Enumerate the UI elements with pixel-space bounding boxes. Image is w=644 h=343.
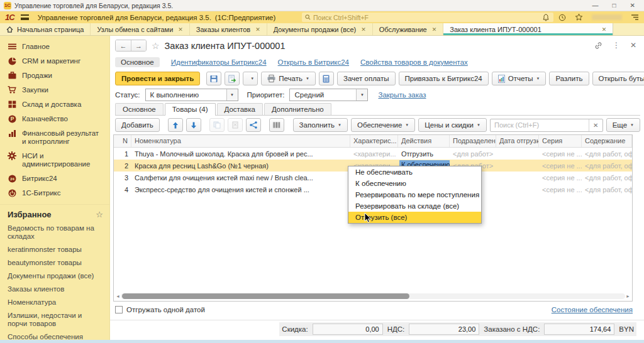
user-name-redacted[interactable] [592,14,622,20]
navlink-main[interactable]: Основное [115,57,160,67]
scroll-left-icon[interactable]: ◄ [116,294,121,298]
status-select[interactable]: К выполнению ▼ [145,89,238,101]
minimize-button[interactable]: — [592,2,599,9]
supply-state-link[interactable]: Состояние обеспечения [552,306,633,313]
tab-close-icon[interactable]: ✕ [432,26,437,33]
horizontal-scrollbar[interactable]: ◄ ► [116,293,630,299]
dropdown-item-no-supply[interactable]: Не обеспечивать [348,166,481,178]
create-based-on-button[interactable]: ▼ [243,72,258,85]
navlink-goods-props[interactable]: Свойства товаров в документах [360,58,468,66]
maximize-button[interactable]: □ [613,2,616,9]
history-clock-icon[interactable] [558,14,566,21]
dropdown-item-to-supply[interactable]: К обеспечению [348,178,481,189]
close-button[interactable]: ✕ [630,2,635,9]
supply-button[interactable]: Обеспечение▼ [351,118,415,132]
page-tab-extra[interactable]: Дополнительно [264,103,331,115]
post-and-close-button[interactable]: Провести и закрыть [115,72,200,85]
more-dots-icon[interactable]: ⋮ [613,41,620,50]
scrollbar-thumb[interactable] [122,293,409,299]
calculator-button[interactable] [319,72,334,85]
column-header-content[interactable]: Содержание [582,135,632,147]
tab-exchange-nodes[interactable]: Узлы обмена с сайтами ✕ [91,23,189,35]
back-arrow-icon[interactable]: ← [116,40,131,51]
column-header-department[interactable]: Подразделен... [450,135,496,147]
sidebar-item-treasury[interactable]: P Казначейство [0,112,109,126]
pour-button[interactable]: Разлить [549,72,589,85]
favorites-star-icon[interactable] [575,13,583,21]
tab-close-icon[interactable]: ✕ [178,26,183,33]
tab-service[interactable]: Обслуживание ✕ [373,23,444,35]
priority-select[interactable]: Средний ▼ [289,89,368,101]
scroll-right-icon[interactable]: ► [625,294,630,298]
favorite-item[interactable]: beautymonster товары [0,256,109,270]
navlink-bitrix-ids[interactable]: Идентификаторы Битрикс24 [171,58,267,66]
notifications-bell-icon[interactable] [542,14,550,21]
tab-sales-documents[interactable]: Документы продажи (все) ✕ [267,23,373,35]
column-header-actions[interactable]: Действия [398,135,450,147]
print-button[interactable]: Печать▼ [261,72,316,85]
open-bottle-button[interactable]: Открыть бутылку [592,72,644,85]
bind-bitrix24-button[interactable]: Привязать к Битрикс24 [399,72,489,85]
ship-one-date-checkbox[interactable] [115,306,123,313]
caret-down-icon[interactable]: ▼ [226,89,238,101]
close-order-link[interactable]: Закрыть заказ [378,91,426,99]
scrollbar-track[interactable] [121,293,625,299]
form-close-icon[interactable]: ✕ [630,41,636,50]
favorite-item[interactable]: Документы продажи (все) [0,270,109,283]
column-header-series[interactable]: Серия [539,135,582,147]
tab-close-icon[interactable]: ✕ [602,26,607,33]
favorite-item[interactable]: keratinmonster товары [0,243,109,256]
move-up-button[interactable] [168,118,183,132]
post-document-button[interactable] [225,72,240,85]
delete-row-button[interactable] [228,118,243,132]
main-menu-icon[interactable] [21,14,29,20]
save-button[interactable] [206,72,221,85]
favorite-item[interactable]: Номенклатура [0,296,109,309]
sidebar-item-sales[interactable]: Продажи [0,68,109,83]
tab-home[interactable]: Начальная страница [0,23,91,35]
favorite-item[interactable]: Ведомость по товарам на складах [0,222,108,243]
table-row[interactable]: 1 Thuya - Молочный шоколад. Краска для б… [114,148,632,160]
favorite-item[interactable]: Заказы клиентов [0,283,109,296]
page-tab-main[interactable]: Основное [115,103,164,115]
page-tab-goods[interactable]: Товары (4) [165,103,216,116]
prices-discounts-button[interactable]: Цены и скидки▼ [418,118,487,132]
dropdown-item-reserve-warehouse[interactable]: Резервировать на складе (все) [348,200,481,212]
dropdown-item-reserve-incoming[interactable]: Резервировать по мере поступления [348,189,481,200]
sidebar-item-bitrix24[interactable]: 24 Битрикс24 [0,172,109,186]
forward-arrow-icon[interactable]: → [131,40,146,51]
add-row-button[interactable]: Добавить [115,118,160,132]
link-icon[interactable] [594,41,602,50]
favorite-item[interactable]: Излишки, недостачи и порчи товаров [0,309,94,330]
sidebar-item-1c-bitrix[interactable]: 1С-Битрикс [0,186,109,200]
sidebar-item-nsi-admin[interactable]: НСИ и администрирование [0,149,109,172]
table-more-button[interactable]: Еще▼ [606,118,640,132]
navlink-open-bitrix[interactable]: Открыть в Битрикс24 [278,58,349,66]
column-header-n[interactable]: N [114,135,131,147]
tab-close-icon[interactable]: ✕ [361,26,366,33]
column-header-characteristic[interactable]: Характерис... [350,135,398,147]
global-search-input[interactable]: Поиск Ctrl+Shift+F [302,13,553,22]
reports-button[interactable]: Отчеты▼ [492,72,547,85]
tab-order-iput-000001[interactable]: Заказ клиента ИПУТ-000001 ✕ [443,23,613,35]
column-header-nomenclature[interactable]: Номенклатура [131,135,350,147]
column-header-ship-date[interactable]: Дата отгрузки [496,135,539,147]
caret-down-icon[interactable]: ▼ [356,89,367,101]
sidebar-item-purchases[interactable]: Закупки [0,83,109,97]
barcode-scan-button[interactable] [269,118,284,132]
sidebar-item-finance[interactable]: Финансовый результат и контроллинг [0,126,109,149]
page-tab-delivery[interactable]: Доставка [217,103,263,115]
service-menu-icon[interactable] [631,14,639,21]
tab-close-icon[interactable]: ✕ [255,26,260,33]
fill-button[interactable]: Заполнить▼ [293,118,348,132]
sidebar-item-crm[interactable]: CRM и маркетинг [0,54,109,68]
payment-offset-button[interactable]: Зачет оплаты [337,72,396,85]
star-outline-icon[interactable]: ☆ [96,210,103,219]
sidebar-item-main[interactable]: Главное [0,40,109,54]
sidebar-item-warehouse[interactable]: Склад и доставка [0,97,109,112]
copy-row-button[interactable] [209,118,225,132]
tab-customer-orders[interactable]: Заказы клиентов ✕ [190,23,267,35]
form-star-icon[interactable]: ☆ [152,41,160,51]
clear-search-icon[interactable]: ✕ [589,119,602,131]
share-button[interactable] [246,118,261,132]
